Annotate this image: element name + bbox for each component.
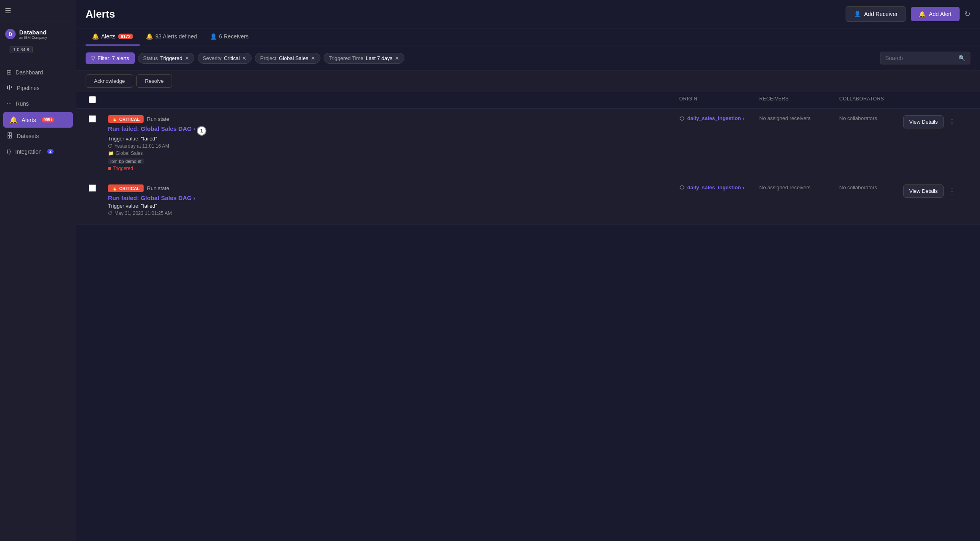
bell-plus-icon: 🔔 xyxy=(919,11,926,17)
row-checkbox[interactable] xyxy=(89,184,96,192)
alert-status: Triggered xyxy=(108,166,673,171)
refresh-button[interactable]: ↻ xyxy=(964,10,970,18)
logo-sub: an IBM Company xyxy=(19,36,47,40)
origin-link[interactable]: daily_sales_ingestion › xyxy=(687,184,744,190)
runs-icon: ··· xyxy=(6,100,12,107)
person-tab-icon: 👤 xyxy=(210,33,217,40)
status-dot xyxy=(108,167,111,170)
origin-col-header: Origin xyxy=(676,96,756,104)
sidebar-item-dashboard[interactable]: ⊞ Dashboard xyxy=(0,64,76,80)
row-checkbox-col xyxy=(86,115,105,124)
alerts-icon: 🔔 xyxy=(10,116,18,124)
chip-close-icon[interactable]: ✕ xyxy=(311,55,315,61)
bell-outline-icon: 🔔 xyxy=(146,33,153,40)
receivers-col-header: Receivers xyxy=(756,96,836,104)
search-box: 🔍 xyxy=(880,52,970,64)
menu-icon[interactable]: ☰ xyxy=(5,6,11,15)
table-row: 🔥 CRITICAL Run state Run failed: Global … xyxy=(76,178,980,224)
alert-col-header xyxy=(105,96,676,104)
origin-col: daily_sales_ingestion › xyxy=(676,115,756,123)
integration-badge: 2 xyxy=(47,149,54,154)
logo-area: D Databand an IBM Company xyxy=(0,22,76,46)
row-checkbox[interactable] xyxy=(89,115,96,122)
add-receiver-button[interactable]: 👤 Add Receiver xyxy=(846,6,906,22)
alert-count-badge: 1 xyxy=(197,126,206,136)
chip-close-icon[interactable]: ✕ xyxy=(185,55,189,61)
alert-title-wrap: Run failed: Global Sales DAG › 1 xyxy=(108,125,673,136)
table-body: 🔥 CRITICAL Run state Run failed: Global … xyxy=(76,109,980,541)
alert-time: ⏱ May 31, 2023 11:01:25 AM xyxy=(108,210,673,216)
more-options-button[interactable]: ⋮ xyxy=(947,116,957,128)
sidebar-item-label: Dashboard xyxy=(16,69,43,76)
add-alert-button[interactable]: 🔔 Add Alert xyxy=(911,7,960,21)
sidebar-item-label: Pipelines xyxy=(17,85,40,91)
arrow-icon: › xyxy=(193,125,195,132)
fire-icon: 🔥 xyxy=(112,116,118,122)
pipelines-icon xyxy=(6,84,13,92)
tab-receivers[interactable]: 👤 6 Receivers xyxy=(204,28,255,46)
filter-chip-severity[interactable]: Severity Critical ✕ xyxy=(198,53,252,64)
link-icon xyxy=(679,116,685,122)
tab-alerts-defined[interactable]: 🔔 93 Alerts defined xyxy=(140,28,203,46)
clock-icon: ⏱ xyxy=(108,143,113,149)
sidebar-item-label: Datasets xyxy=(17,133,39,139)
chip-close-icon[interactable]: ✕ xyxy=(242,55,246,61)
filters-bar: ▽ Filter: 7 alerts Status Triggered ✕ Se… xyxy=(76,46,980,70)
collaborators-col-header: Collaborators xyxy=(836,96,900,104)
sidebar-item-runs[interactable]: ··· Runs xyxy=(0,96,76,111)
alert-env: ibm-bp-demo-af xyxy=(108,158,144,164)
select-all-col xyxy=(86,96,105,104)
sidebar: ☰ D Databand an IBM Company 1.0.34.8 ⊞ D… xyxy=(0,0,76,541)
fire-icon: 🔥 xyxy=(112,186,118,191)
more-col-header xyxy=(964,96,980,104)
alert-title-wrap: Run failed: Global Sales DAG › xyxy=(108,194,673,203)
view-details-button[interactable]: View Details xyxy=(903,184,944,198)
page-title: Alerts xyxy=(86,8,115,20)
receivers-col: No assigned receivers xyxy=(756,115,836,121)
bell-icon: 🔔 xyxy=(92,33,99,40)
main-content: Alerts 👤 Add Receiver 🔔 Add Alert ↻ 🔔 Al… xyxy=(76,0,980,541)
search-input[interactable] xyxy=(885,55,955,61)
resolve-button[interactable]: Resolve xyxy=(136,74,172,88)
chip-close-icon[interactable]: ✕ xyxy=(395,55,399,61)
select-all-checkbox[interactable] xyxy=(89,96,96,103)
top-header: Alerts 👤 Add Receiver 🔔 Add Alert ↻ xyxy=(76,0,980,28)
sidebar-item-integration[interactable]: ⟨⟩ Integration 2 xyxy=(0,144,76,159)
sidebar-item-alerts[interactable]: 🔔 Alerts 999+ xyxy=(3,112,73,128)
alerts-count-badge: 6172 xyxy=(118,34,133,39)
search-icon: 🔍 xyxy=(958,55,965,61)
filter-chip-project[interactable]: Project Global Sales ✕ xyxy=(255,53,320,64)
arrow-icon: › xyxy=(193,194,195,201)
sidebar-item-pipelines[interactable]: Pipelines xyxy=(0,80,76,96)
origin-col: daily_sales_ingestion › xyxy=(676,184,756,192)
table-header: Origin Receivers Collaborators xyxy=(76,92,980,109)
tab-alerts[interactable]: 🔔 Alerts 6172 xyxy=(86,28,140,46)
sidebar-item-datasets[interactable]: 🗄 Datasets xyxy=(0,128,76,144)
receivers-col: No assigned receivers xyxy=(756,184,836,190)
logo-name: Databand xyxy=(19,29,47,36)
more-options-button[interactable]: ⋮ xyxy=(947,185,957,197)
filter-chip-status[interactable]: Status Triggered ✕ xyxy=(138,53,194,64)
svg-text:D: D xyxy=(9,32,12,37)
sidebar-nav: ⊞ Dashboard Pipelines ··· Runs 🔔 Alerts … xyxy=(0,61,76,541)
filter-button[interactable]: ▽ Filter: 7 alerts xyxy=(86,52,135,64)
acknowledge-button[interactable]: Acknowledge xyxy=(86,74,133,88)
collaborators-col: No collaborators xyxy=(836,115,900,121)
actions-col-header xyxy=(900,96,964,104)
alert-title-link[interactable]: Run failed: Global Sales DAG › xyxy=(108,194,195,201)
run-type: Run state xyxy=(147,116,169,122)
person-icon: 👤 xyxy=(854,11,861,17)
sidebar-item-label: Alerts xyxy=(22,117,36,123)
alert-title-link[interactable]: Run failed: Global Sales DAG › xyxy=(108,125,195,132)
folder-icon: 📁 xyxy=(108,150,114,156)
version-badge: 1.0.34.8 xyxy=(10,46,33,53)
alert-info-col: 🔥 CRITICAL Run state Run failed: Global … xyxy=(105,115,676,171)
view-details-button[interactable]: View Details xyxy=(903,115,944,128)
run-type: Run state xyxy=(147,185,169,191)
alert-tags: 🔥 CRITICAL Run state xyxy=(108,115,673,123)
filter-chip-triggered-time[interactable]: Triggered Time Last 7 days ✕ xyxy=(324,53,404,64)
origin-link[interactable]: daily_sales_ingestion › xyxy=(687,115,744,121)
content-area: 🔔 Alerts 6172 🔔 93 Alerts defined 👤 6 Re… xyxy=(76,28,980,541)
alert-time: ⏱ Yesterday at 11:01:16 AM xyxy=(108,143,673,149)
header-actions: 👤 Add Receiver 🔔 Add Alert ↻ xyxy=(846,6,970,22)
